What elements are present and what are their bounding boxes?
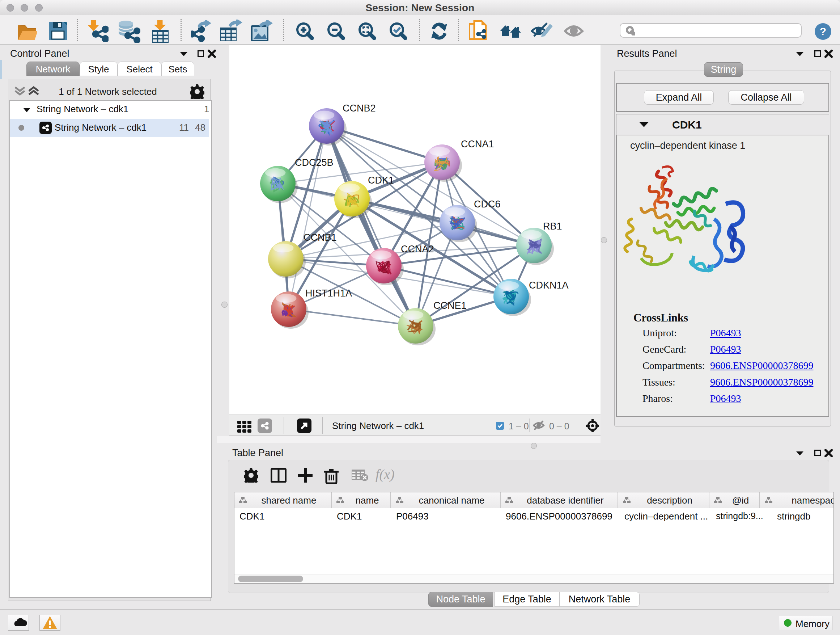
svg-text:CDC25B: CDC25B	[295, 157, 333, 168]
svg-text:CCNA1: CCNA1	[461, 139, 494, 149]
svg-text:CCNB1: CCNB1	[303, 232, 337, 243]
svg-text:CCNB2: CCNB2	[343, 103, 376, 114]
svg-text:?: ?	[820, 25, 826, 37]
svg-text:HIST1H1A: HIST1H1A	[305, 288, 352, 299]
svg-text:CCNE1: CCNE1	[433, 300, 467, 311]
svg-text:CCNA2: CCNA2	[401, 244, 434, 255]
svg-text:CDK1: CDK1	[368, 175, 394, 186]
svg-text:CDC6: CDC6	[474, 199, 501, 210]
svg-text:RB1: RB1	[543, 221, 562, 232]
svg-text:CDKN1A: CDKN1A	[529, 280, 569, 291]
